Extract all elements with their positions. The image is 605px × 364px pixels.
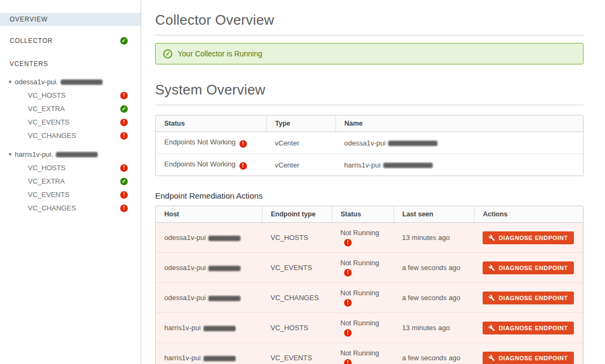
row-host: odessa1v-pui <box>164 264 206 272</box>
wrench-icon <box>489 235 495 241</box>
row-host: harris1v-pui <box>164 354 201 362</box>
remediation-table-header: Host Endpoint type Status Last seen Acti… <box>156 206 583 223</box>
vcenter-tree: ▾ odessa1v-pui. VC_HOSTS ! VC_EXTRA ✓ VC… <box>0 75 141 215</box>
sidebar-endpoint-item[interactable]: VC_EVENTS ! <box>0 188 141 201</box>
chevron-down-icon: ▾ <box>9 151 12 158</box>
row-type: vCenter <box>266 132 336 154</box>
endpoint-label: VC_EXTRA <box>28 105 65 113</box>
wrench-icon <box>489 355 495 361</box>
vcenter-toggle[interactable]: ▾ harris1v-pui. <box>0 148 141 161</box>
endpoint-label: VC_CHANGES <box>28 204 76 212</box>
row-status: Not Running <box>340 229 379 237</box>
error-icon: ! <box>344 239 352 246</box>
column-header-host: Host <box>156 206 262 223</box>
row-last-seen: a few seconds ago <box>393 283 474 313</box>
error-icon: ! <box>120 119 128 126</box>
sidebar-section-vcenters: VCENTERS <box>0 60 141 68</box>
row-name: odessa1v-pui <box>344 139 385 147</box>
row-type: vCenter <box>266 154 336 176</box>
diagnose-endpoint-button[interactable]: DIAGNOSE ENDPOINT <box>483 292 574 304</box>
error-icon: ! <box>344 269 352 276</box>
system-table-row: Endpoints Not Working! vCenter odessa1v-… <box>156 132 583 154</box>
endpoint-label: VC_HOSTS <box>28 91 65 99</box>
sidebar-endpoint-item[interactable]: VC_HOSTS ! <box>0 161 141 174</box>
endpoint-label: VC_EVENTS <box>28 191 69 199</box>
row-endpoint-type: VC_HOSTS <box>262 313 332 343</box>
row-endpoint-type: VC_EVENTS <box>262 343 332 364</box>
diagnose-label: DIAGNOSE ENDPOINT <box>499 265 568 271</box>
redacted-text <box>208 266 240 271</box>
diagnose-endpoint-button[interactable]: DIAGNOSE ENDPOINT <box>483 231 574 244</box>
sidebar-item-overview[interactable]: OVERVIEW <box>0 13 141 26</box>
sidebar-endpoint-item[interactable]: VC_EXTRA ✓ <box>0 102 141 115</box>
row-status: Endpoints Not Working <box>164 160 236 168</box>
vcenter-children: VC_HOSTS ! VC_EXTRA ✓ VC_EVENTS ! VC_CHA… <box>0 89 141 142</box>
divider <box>155 35 584 35</box>
error-icon: ! <box>344 359 352 364</box>
row-last-seen: 13 minutes ago <box>393 313 474 343</box>
column-header-last-seen: Last seen <box>393 206 474 223</box>
success-icon: ✓ <box>120 178 128 185</box>
vcenter-name: odessa1v-pui. <box>15 78 59 86</box>
system-overview-title: System Overview <box>155 82 584 98</box>
row-host: harris1v-pui <box>164 324 201 332</box>
row-status: Endpoints Not Working <box>164 138 236 146</box>
diagnose-endpoint-button[interactable]: DIAGNOSE ENDPOINT <box>483 261 574 274</box>
sidebar-endpoint-item[interactable]: VC_CHANGES ! <box>0 201 141 215</box>
row-status: Not Running <box>340 319 379 327</box>
system-table-row: Endpoints Not Working! vCenter harris1v-… <box>156 154 583 176</box>
divider <box>155 105 584 105</box>
row-name: harris1v-pui <box>344 161 381 169</box>
redacted-text <box>61 79 103 85</box>
page-title: Collector Overview <box>155 12 584 28</box>
column-header-type: Type <box>266 115 336 132</box>
remediation-table-row: harris1v-pui VC_HOSTS Not Running! 13 mi… <box>156 313 583 343</box>
redacted-text <box>203 326 236 331</box>
redacted-text <box>208 236 240 241</box>
sidebar-endpoint-item[interactable]: VC_EVENTS ! <box>0 115 141 129</box>
success-icon: ✓ <box>120 37 128 45</box>
remediation-table-row: odessa1v-pui VC_HOSTS Not Running! 13 mi… <box>156 223 583 253</box>
app-root: OVERVIEW COLLECTOR ✓ VCENTERS ▾ odessa1v… <box>0 0 605 364</box>
column-header-status: Status <box>156 115 266 132</box>
success-icon: ✓ <box>120 105 128 113</box>
sidebar-endpoint-item[interactable]: VC_EXTRA ✓ <box>0 174 141 188</box>
remediation-table-row: harris1v-pui VC_EVENTS Not Running! a fe… <box>156 343 583 364</box>
diagnose-endpoint-button[interactable]: DIAGNOSE ENDPOINT <box>483 322 574 334</box>
diagnose-endpoint-button[interactable]: DIAGNOSE ENDPOINT <box>483 352 574 364</box>
vcenter-node: ▾ harris1v-pui. VC_HOSTS ! VC_EXTRA ✓ VC… <box>0 148 141 215</box>
error-icon: ! <box>239 162 247 170</box>
system-table-header: Status Type Name <box>156 115 583 132</box>
collector-running-banner: ✓ Your Collector is Running <box>155 43 584 64</box>
vcenter-toggle[interactable]: ▾ odessa1v-pui. <box>0 75 141 89</box>
error-icon: ! <box>239 140 247 148</box>
endpoint-label: VC_EVENTS <box>28 118 69 126</box>
vcenter-name: harris1v-pui. <box>15 150 54 158</box>
column-header-status: Status <box>332 206 393 223</box>
row-status: Not Running <box>340 349 379 357</box>
row-endpoint-type: VC_HOSTS <box>262 223 332 253</box>
error-icon: ! <box>120 132 128 140</box>
remediation-table-body: odessa1v-pui VC_HOSTS Not Running! 13 mi… <box>156 223 583 364</box>
endpoint-label: VC_CHANGES <box>28 132 76 140</box>
diagnose-label: DIAGNOSE ENDPOINT <box>499 235 568 241</box>
banner-text: Your Collector is Running <box>178 49 262 58</box>
column-header-endpoint-type: Endpoint type <box>262 206 332 223</box>
remediation-table: Host Endpoint type Status Last seen Acti… <box>155 206 584 364</box>
sidebar-item-overview-label: OVERVIEW <box>10 16 48 23</box>
error-icon: ! <box>120 164 128 172</box>
sidebar-item-collector[interactable]: COLLECTOR ✓ <box>0 34 141 47</box>
sidebar-endpoint-item[interactable]: VC_HOSTS ! <box>0 89 141 102</box>
row-status: Not Running <box>340 289 379 297</box>
diagnose-label: DIAGNOSE ENDPOINT <box>499 295 568 301</box>
system-overview-table: Status Type Name Endpoints Not Working! … <box>155 115 584 176</box>
endpoint-label: VC_EXTRA <box>28 177 65 185</box>
endpoint-label: VC_HOSTS <box>28 164 65 172</box>
remediation-table-row: odessa1v-pui VC_CHANGES Not Running! a f… <box>156 283 583 313</box>
wrench-icon <box>489 295 495 301</box>
diagnose-label: DIAGNOSE ENDPOINT <box>499 355 568 361</box>
error-icon: ! <box>344 329 352 337</box>
row-status: Not Running <box>340 259 379 267</box>
sidebar-endpoint-item[interactable]: VC_CHANGES ! <box>0 129 141 142</box>
diagnose-label: DIAGNOSE ENDPOINT <box>499 325 568 331</box>
